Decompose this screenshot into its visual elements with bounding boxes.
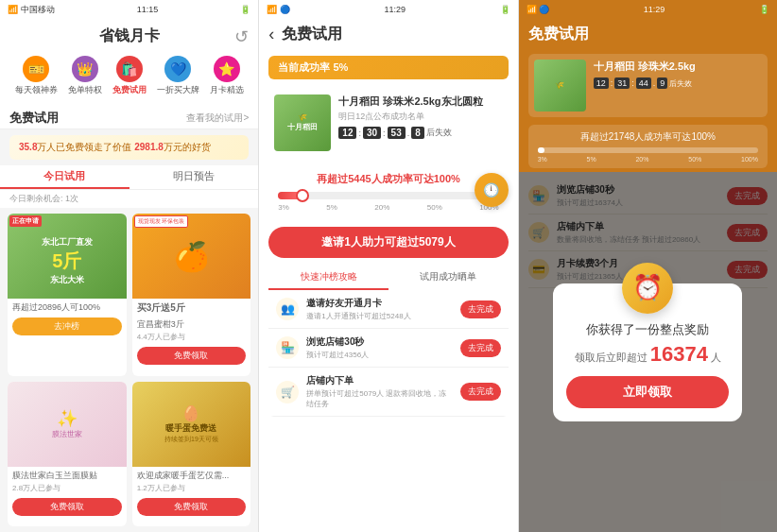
p2-tips-tabs: 快速冲榜攻略 试用成功晒单 [268,266,508,290]
p2-product-info: 十月稻田 珍珠米2.5kg东北圆粒 明日12点公布成功名单 12 : 30 : … [338,94,502,151]
p2-task-browse-info: 浏览店铺30秒 预计可超过4356人 [306,335,452,360]
p1-section-link[interactable]: 查看我的试用> [186,112,249,125]
tip-tab-strategy[interactable]: 快速冲榜攻略 [268,266,388,290]
egg-participants: 1.2万人已参与 [132,483,251,495]
p1-header: 省钱月卡 ↺ 🎫 每天领神券 👑 免单特权 🛍️ 免费试用 💙 一折买大牌 ⭐ [0,19,258,104]
product-card-egg[interactable]: 🥚 暖手蛋免费送 持续签到19天可领 欢迎成家暖手蛋艺仅需... 1.2万人已参… [132,382,251,527]
p3-popup-overlay: ⏰ 你获得了一份整点奖励 领取后立即超过 16374 人 立即领取 [519,172,777,532]
p2-label-50: 50% [427,203,442,212]
p3-header: 免费试用 [519,19,777,50]
banner-num1: 35.8 [19,142,37,152]
mask-claim-btn[interactable]: 免费领取 [12,498,122,516]
p2-task-invite-info: 邀请好友开通月卡 邀请1人开通预计可超过5248人 [306,297,452,321]
p2-task-order-sub: 拼单预计可超过5079人 退款将回收地，冻结任务 [306,388,452,409]
rice-progress-desc: 再超过20896人可100% [8,299,127,315]
p3-popup-num: 16374 [650,342,708,366]
p2-count-m: 30 [363,127,381,139]
tab-daily-coupon[interactable]: 🎫 每天领神券 [15,56,58,96]
refresh-icon[interactable]: ↺ [234,26,249,47]
tab-free-trial-label: 免费试用 [112,84,147,96]
banner-num2: 2981.8 [134,142,164,152]
sub-tab-today[interactable]: 今日试用 [0,165,130,189]
p3-label-50: 50% [688,156,701,163]
tab-free-order[interactable]: 👑 免单特权 [68,56,102,96]
rice-rank-btn[interactable]: 去冲榜 [12,317,122,335]
p2-task-order-btn[interactable]: 去完成 [460,383,501,401]
tab-discount-label: 一折买大牌 [157,84,199,96]
tab-featured[interactable]: ⭐ 月卡精选 [210,56,244,96]
tab-discount[interactable]: 💙 一折买大牌 [157,56,199,96]
p2-task-invite-btn[interactable]: 去完成 [460,300,501,318]
p1-section-title: 免费试用 [9,110,59,127]
p2-countdown: 12 : 30 : 53 . 8 后失效 [338,127,502,139]
banner-text: 35.8万人已免费领走了价值 2981.8万元的好货 [19,142,211,152]
product-card-mask[interactable]: ✨ 膜法世家 膜法世家白玉兰面膜贴 2.8万人已参与 免费领取 [8,382,127,527]
p2-count-ms: 8 [411,127,424,139]
p3-count-m: 31 [614,77,630,89]
egg-desc: 欢迎成家暖手蛋艺仅需... [132,467,251,483]
p1-banner: 35.8万人已免费领走了价值 2981.8万元的好货 [9,135,249,160]
p2-label-5: 5% [326,203,337,212]
product-img-mask: ✨ 膜法世家 [8,382,127,467]
p2-task-order-info: 店铺内下单 拼单预计可超过5079人 退款将回收地，冻结任务 [306,374,452,409]
p2-task-order-name: 店铺内下单 [306,374,452,387]
p3-count-s: 44 [636,77,651,89]
sub-tab-tomorrow[interactable]: 明日预告 [130,165,259,189]
trial-icon: 🛍️ [116,56,143,82]
p2-time: 11:29 [384,5,406,14]
p2-clock-btn[interactable]: 🕛 [475,173,509,207]
p2-expire-text: 后失效 [426,127,452,139]
p3-time: 11:29 [644,5,665,14]
p3-main-area: 🏪 浏览店铺30秒 预计可超过16374人 去完成 🛒 店铺内下单 数量将回收地… [519,172,777,532]
p3-count-ms: 9 [657,77,667,89]
p2-task-browse: 🏪 浏览店铺30秒 预计可超过4356人 去完成 [268,329,508,368]
orange-participants: 4.4万人已参与 [132,332,251,344]
product-card-rice[interactable]: 正在申请 东北工厂直发 5斤 东北大米 再超过20896人可100% 去冲榜 [8,214,127,376]
p3-popup-clock-icon: ⏰ [622,263,673,314]
p2-label-20: 20% [374,203,389,212]
rice-badge: 正在申请 [9,215,42,227]
panel-2: 📶 🔵 11:29 🔋 ‹ 免费试用 当前成功率 5% 🌾 十月稻田 十月稻田 … [259,0,517,532]
tab-featured-label: 月卡精选 [210,84,244,96]
p1-product-grid: 正在申请 东北工厂直发 5斤 东北大米 再超过20896人可100% 去冲榜 现… [0,208,258,532]
p3-progress-fill [538,147,544,153]
p3-progress-section: 再超过21748人成功率可达100% 3% 5% 20% 50% 100% [528,125,768,168]
status-bar-3: 📶 🔵 11:29 🔋 [519,0,777,19]
p2-current-rate: 当前成功率 5% [278,60,348,75]
p3-label-3: 3% [538,156,547,163]
mask-participants: 2.8万人已参与 [8,483,127,495]
p2-label-3: 3% [278,203,289,212]
p2-back-btn[interactable]: ‹ [268,25,274,44]
egg-claim-btn[interactable]: 免费领取 [137,498,247,516]
product-img-rice: 正在申请 东北工厂直发 5斤 东北大米 [8,214,127,299]
today-note: 今日剩余机会: 1次 [0,190,258,208]
product-card-orange[interactable]: 现货现发 环保包装 🍊 买3斤送5斤 宜昌蜜柑3斤 4.4万人已参与 免费领取 [132,214,251,376]
p3-popup-sub-text: 领取后立即超过 [575,352,648,363]
status-signal-1: 📶 中国移动 [8,4,55,16]
p3-count-h: 12 [594,77,609,89]
p2-signal: 📶 🔵 [267,5,290,14]
p2-progress-bar [278,192,498,199]
tab-free-trial[interactable]: 🛍️ 免费试用 [112,56,147,96]
product-img-egg: 🥚 暖手蛋免费送 持续签到19天可领 [132,382,251,467]
p2-product-card: 🌾 十月稻田 十月稻田 珍珠米2.5kg东北圆粒 明日12点公布成功名单 12 … [268,89,508,157]
tip-tab-success[interactable]: 试用成功晒单 [388,266,509,290]
p3-popup-title: 你获得了一份整点奖励 [566,321,729,338]
p2-progress-label: 再超过5445人成功率可达100% [278,172,498,186]
rice-size: 5斤 [42,249,93,274]
p2-progress-banner: 当前成功率 5% [268,56,508,79]
p2-progress-labels: 3% 5% 20% 50% 100% [278,203,498,212]
tab-daily-coupon-label: 每天领神券 [15,84,58,96]
p2-product-name: 十月稻田 珍珠米2.5kg东北圆粒 [338,94,502,109]
p2-task-browse-btn[interactable]: 去完成 [460,339,501,357]
p3-signal: 📶 🔵 [527,5,550,14]
orange-claim-btn[interactable]: 免费领取 [137,347,247,365]
p2-product-img: 🌾 十月稻田 [274,94,331,151]
p2-progress-section: 再超过5445人成功率可达100% 🕛 3% 5% 20% 50% 100% [268,164,508,219]
p2-invite-btn[interactable]: 邀请1人助力可超过5079人 [268,227,508,258]
panel-1: 📶 中国移动 11:15 🔋 省钱月卡 ↺ 🎫 每天领神券 👑 免单特权 🛍️ … [0,0,258,532]
p3-popup-claim-btn[interactable]: 立即领取 [566,376,729,408]
p2-title: 免费试用 [282,25,342,44]
p2-count-s: 53 [388,127,406,139]
p3-product-card: 🌾 十月稻田 珍珠米2.5kg 12 : 31 : 44 . 9 后失效 [528,54,768,117]
